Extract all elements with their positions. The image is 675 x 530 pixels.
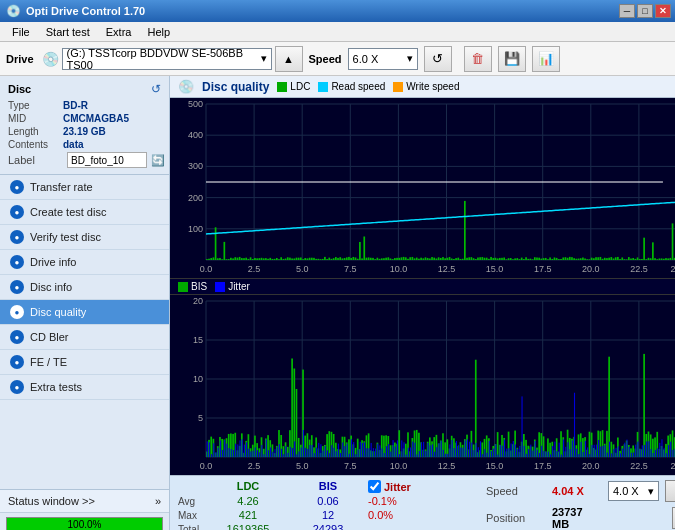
sidebar-item-disc-quality[interactable]: ● Disc quality — [0, 300, 169, 325]
chart2-canvas — [170, 295, 675, 475]
eject-button[interactable]: ▲ — [275, 46, 303, 72]
stats-bis-header: BIS — [288, 480, 368, 493]
nav-icon-disc-quality: ● — [10, 305, 24, 319]
disc-label-input[interactable] — [67, 152, 147, 168]
legend-read-dot — [318, 82, 328, 92]
maximize-button[interactable]: □ — [637, 4, 653, 18]
speed-value: 4.04 X — [552, 485, 602, 497]
stats-ldc-header: LDC — [208, 480, 288, 493]
disc-refresh-icon[interactable]: ↺ — [151, 82, 161, 96]
main-layout: Disc ↺ Type BD-R MID CMCMAGBA5 Length 23… — [0, 76, 675, 530]
menu-start-test[interactable]: Start test — [38, 25, 98, 39]
legend-bis: BIS — [191, 281, 207, 292]
nav-label-drive-info: Drive info — [30, 256, 76, 268]
window-controls: ─ □ ✕ — [619, 4, 671, 18]
legend-ldc: LDC — [290, 81, 310, 92]
drive-label: Drive — [6, 53, 34, 65]
chart2-area — [170, 295, 675, 475]
menu-extra[interactable]: Extra — [98, 25, 140, 39]
sidebar-item-fe-te[interactable]: ● FE / TE — [0, 350, 169, 375]
stats-total-bis: 24293 — [288, 523, 368, 530]
nav-label-extra-tests: Extra tests — [30, 381, 82, 393]
sidebar-item-cd-bler[interactable]: ● CD Bler — [0, 325, 169, 350]
toolbar: Drive 💿 (G:) TSSTcorp BDDVDW SE-506BB TS… — [0, 42, 675, 76]
sidebar-item-create-test-disc[interactable]: ● Create test disc — [0, 200, 169, 225]
nav-label-cd-bler: CD Bler — [30, 331, 69, 343]
position-value: 23737 MB — [552, 506, 602, 530]
stats-avg-jitter: -0.1% — [368, 495, 397, 507]
sidebar: Disc ↺ Type BD-R MID CMCMAGBA5 Length 23… — [0, 76, 170, 530]
nav-label-fe-te: FE / TE — [30, 356, 67, 368]
legend-bis-dot — [178, 282, 188, 292]
nav-icon-verify-test-disc: ● — [10, 230, 24, 244]
charts-container: BIS Jitter — [170, 98, 675, 475]
stats-jitter-header: Jitter — [384, 481, 411, 493]
menu-file[interactable]: File — [4, 25, 38, 39]
chart1-canvas — [170, 98, 675, 278]
progress-text: 100.0% — [7, 518, 162, 530]
app-title: Opti Drive Control 1.70 — [26, 5, 145, 17]
chart1-area — [170, 98, 675, 279]
sidebar-item-disc-info[interactable]: ● Disc info — [0, 275, 169, 300]
disc-label-edit-icon[interactable]: 🔄 — [151, 154, 165, 167]
erase-button[interactable]: 🗑 — [464, 46, 492, 72]
speed-select[interactable]: 6.0 X ▾ — [348, 48, 418, 70]
status-window-button[interactable]: Status window >> » — [0, 490, 169, 513]
stats-max-label: Max — [178, 510, 208, 521]
burn-button[interactable]: 💾 — [498, 46, 526, 72]
legend-jitter-dot — [215, 282, 225, 292]
nav-icon-cd-bler: ● — [10, 330, 24, 344]
settings-button[interactable]: 📊 — [532, 46, 560, 72]
stats-max-bis: 12 — [288, 509, 368, 521]
menu-help[interactable]: Help — [139, 25, 178, 39]
nav-icon-extra-tests: ● — [10, 380, 24, 394]
nav-label-transfer-rate: Transfer rate — [30, 181, 93, 193]
legend-write: Write speed — [406, 81, 459, 92]
menu-bar: File Start test Extra Help — [0, 22, 675, 42]
sidebar-item-verify-test-disc[interactable]: ● Verify test disc — [0, 225, 169, 250]
disc-length-val: 23.19 GB — [63, 126, 106, 137]
disc-label-key: Label — [8, 154, 63, 166]
stats-max-jitter: 0.0% — [368, 509, 393, 521]
nav-icon-fe-te: ● — [10, 355, 24, 369]
disc-section-title: Disc — [8, 83, 31, 95]
sidebar-item-drive-info[interactable]: ● Drive info — [0, 250, 169, 275]
nav-label-disc-info: Disc info — [30, 281, 72, 293]
disc-mid-val: CMCMAGBA5 — [63, 113, 129, 124]
stats-max-ldc: 421 — [208, 509, 288, 521]
nav-icon-disc-info: ● — [10, 280, 24, 294]
legend-jitter: Jitter — [228, 281, 250, 292]
position-key-label: Position — [486, 512, 546, 524]
close-button[interactable]: ✕ — [655, 4, 671, 18]
title-bar: 💿 Opti Drive Control 1.70 ─ □ ✕ — [0, 0, 675, 22]
speed-select2[interactable]: 4.0 X ▾ — [608, 481, 659, 501]
legend-write-dot — [393, 82, 403, 92]
progress-area: 100.0% — [0, 513, 169, 530]
refresh-button[interactable]: ↺ — [424, 46, 452, 72]
jitter-checkbox[interactable] — [368, 480, 381, 493]
stats-avg-label: Avg — [178, 496, 208, 507]
progress-bar: 100.0% — [6, 517, 163, 530]
speed-key-label: Speed — [486, 485, 546, 497]
start-full-button[interactable]: Start full — [665, 480, 675, 502]
nav-icon-create-test-disc: ● — [10, 205, 24, 219]
nav-icon-transfer-rate: ● — [10, 180, 24, 194]
content-area: 💿 Disc quality LDC Read speed Write spee… — [170, 76, 675, 530]
disc-mid-key: MID — [8, 113, 63, 124]
disc-contents-key: Contents — [8, 139, 63, 150]
stats-total-ldc: 1619365 — [208, 523, 288, 530]
sidebar-item-transfer-rate[interactable]: ● Transfer rate — [0, 175, 169, 200]
nav-icon-drive-info: ● — [10, 255, 24, 269]
stats-bar: LDC BIS Jitter Avg 4.26 0.06 -0.1% — [170, 475, 675, 530]
chart-header: 💿 Disc quality LDC Read speed Write spee… — [170, 76, 675, 98]
nav-label-disc-quality: Disc quality — [30, 306, 86, 318]
speed-label: Speed — [309, 53, 342, 65]
disc-type-val: BD-R — [63, 100, 88, 111]
legend-ldc-dot — [277, 82, 287, 92]
stats-avg-bis: 0.06 — [288, 495, 368, 507]
legend-read: Read speed — [331, 81, 385, 92]
disc-contents-val: data — [63, 139, 84, 150]
sidebar-item-extra-tests[interactable]: ● Extra tests — [0, 375, 169, 400]
minimize-button[interactable]: ─ — [619, 4, 635, 18]
drive-select[interactable]: (G:) TSSTcorp BDDVDW SE-506BB TS00 ▾ — [62, 48, 272, 70]
